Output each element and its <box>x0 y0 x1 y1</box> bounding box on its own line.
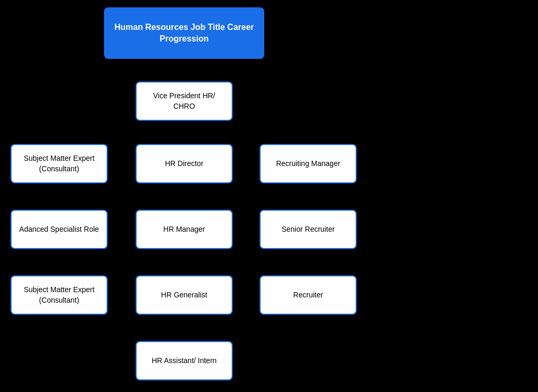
recruiter-label: Recruiter <box>293 290 323 301</box>
hr-director-label: HR Director <box>165 159 203 169</box>
senior-recruiter-label: Senior Recruiter <box>282 224 335 235</box>
hr-assistant-node: HR Assistant/ Intern <box>136 341 233 380</box>
hr-manager-label: HR Manager <box>163 224 205 235</box>
subject-matter-2-node: Subject Matter Expert (Consultant) <box>11 275 108 315</box>
vp-hr-node: Vice President HR/ CHRO <box>136 81 233 121</box>
connectors-svg <box>0 0 538 392</box>
hr-assistant-label: HR Assistant/ Intern <box>152 356 217 366</box>
header-node: Human Resources Job Title Career Progres… <box>104 7 264 59</box>
senior-recruiter-node: Senior Recruiter <box>260 210 357 249</box>
recruiting-manager-node: Recruiting Manager <box>260 144 357 183</box>
advanced-specialist-label: Adanced Specialist Role <box>19 224 99 235</box>
header-label: Human Resources Job Title Career Progres… <box>109 22 259 45</box>
hr-generalist-label: HR Generalist <box>161 290 208 301</box>
subject-matter-2-label: Subject Matter Expert (Consultant) <box>17 285 101 305</box>
vp-hr-label: Vice President HR/ CHRO <box>142 91 226 111</box>
hr-director-node: HR Director <box>136 144 233 183</box>
subject-matter-1-node: Subject Matter Expert (Consultant) <box>11 144 108 183</box>
hr-manager-node: HR Manager <box>136 210 233 249</box>
recruiter-node: Recruiter <box>260 275 357 315</box>
hr-generalist-node: HR Generalist <box>136 275 233 315</box>
advanced-specialist-node: Adanced Specialist Role <box>11 210 108 249</box>
recruiting-manager-label: Recruiting Manager <box>276 159 340 169</box>
subject-matter-1-label: Subject Matter Expert (Consultant) <box>17 153 101 174</box>
diagram-container: Human Resources Job Title Career Progres… <box>0 0 538 392</box>
